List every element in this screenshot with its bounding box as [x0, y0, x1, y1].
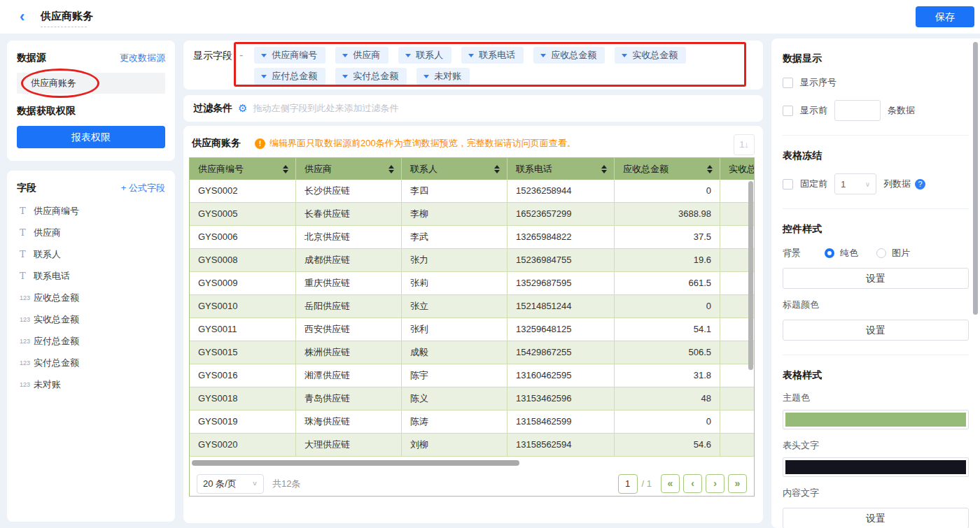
- table-cell: GYS0002: [190, 180, 296, 203]
- table-cell: 661.5: [615, 272, 720, 295]
- show-first-label: 显示前: [800, 104, 827, 117]
- fix-columns-select[interactable]: 1 ∨: [834, 173, 876, 194]
- column-header[interactable]: 联系人: [402, 158, 507, 180]
- datasource-value-box[interactable]: 供应商账务: [17, 73, 165, 94]
- table-cell: 陈义: [402, 387, 507, 411]
- table-row[interactable]: GYS0015株洲供应链成毅15429867255506.5: [190, 341, 754, 364]
- show-first-checkbox[interactable]: [783, 106, 793, 116]
- sort-arrows-icon[interactable]: [707, 165, 713, 173]
- title-color-set-button[interactable]: 设置: [783, 320, 969, 341]
- horizontal-scrollbar[interactable]: [192, 460, 519, 466]
- table-cell: 54.1: [615, 318, 720, 341]
- table-row[interactable]: GYS0008成都供应链张力1523698475519.6: [190, 249, 754, 272]
- divider: [783, 135, 969, 136]
- column-header[interactable]: 应收总金额: [615, 158, 720, 180]
- table-row[interactable]: GYS0018青岛供应链陈义1315346259648: [190, 387, 754, 411]
- field-label: 实收总金额: [34, 313, 79, 326]
- display-field-tag[interactable]: 联系人: [398, 47, 451, 64]
- table-row[interactable]: GYS0016湘潭供应链陈宇1316046259531.8: [190, 364, 754, 387]
- table-cell: 506.5: [615, 341, 720, 364]
- table-title: 供应商账务: [192, 137, 241, 150]
- table-row[interactable]: GYS0009重庆供应链张莉13529687595661.5: [190, 272, 754, 295]
- display-field-tag[interactable]: 应付总金额: [254, 68, 326, 85]
- last-page-button[interactable]: »: [728, 474, 747, 493]
- prev-page-button[interactable]: ‹: [683, 474, 702, 493]
- table-cell: 54.6: [615, 434, 720, 457]
- field-item[interactable]: 123实付总金额: [17, 352, 165, 373]
- tag-label: 实收总金额: [632, 49, 678, 62]
- table-row[interactable]: GYS0019珠海供应链陈涛131584625990: [190, 411, 754, 434]
- table-row[interactable]: GYS0006北京供应链李武1326598482237.5: [190, 226, 754, 249]
- column-header[interactable]: 实收总金额: [720, 158, 755, 180]
- sort-tool-icon[interactable]: 1↓: [734, 134, 755, 155]
- display-field-tag[interactable]: 供应商: [335, 47, 388, 64]
- field-item[interactable]: 123应收总金额: [17, 287, 165, 308]
- sort-arrows-icon[interactable]: [601, 165, 607, 173]
- report-permission-button[interactable]: 报表权限: [17, 126, 165, 148]
- display-field-tag[interactable]: 应收总金额: [533, 47, 605, 64]
- display-field-tag[interactable]: 未对账: [416, 68, 470, 85]
- field-item[interactable]: 123应付总金额: [17, 330, 165, 352]
- help-icon[interactable]: ?: [915, 179, 925, 190]
- table-cell: [720, 411, 755, 434]
- number-type-icon: 123: [17, 359, 34, 366]
- chevron-down-icon: ∨: [865, 180, 870, 188]
- field-item[interactable]: 123实收总金额: [17, 308, 165, 330]
- image-radio[interactable]: [876, 248, 886, 258]
- current-page-input[interactable]: 1: [618, 474, 638, 494]
- display-field-tag[interactable]: 联系电话: [461, 47, 524, 64]
- table-cell: 李武: [402, 226, 507, 249]
- field-item[interactable]: 123未对账: [17, 373, 165, 395]
- page-size-select[interactable]: 20 条/页 ∨: [197, 474, 264, 494]
- display-field-tag[interactable]: 实收总金额: [615, 47, 686, 64]
- column-header[interactable]: 联系电话: [507, 158, 615, 180]
- sort-arrows-icon[interactable]: [283, 165, 288, 173]
- show-index-checkbox[interactable]: [783, 78, 793, 88]
- save-button[interactable]: 保存: [916, 6, 974, 27]
- field-list: T供应商编号T供应商T联系人T联系电话123应收总金额123实收总金额123应付…: [17, 200, 165, 395]
- change-datasource-link[interactable]: 更改数据源: [120, 52, 165, 64]
- table-row[interactable]: GYS0011西安供应链张利1325964812554.1: [190, 318, 754, 341]
- table-cell: 湘潭供应链: [296, 364, 402, 387]
- display-field-tag[interactable]: 供应商编号: [254, 47, 326, 64]
- filter-card: 过滤条件 ⚙ 拖动左侧字段到此处来添加过滤条件: [183, 95, 763, 122]
- field-item[interactable]: T联系人: [17, 243, 165, 265]
- sort-arrows-icon[interactable]: [388, 165, 394, 173]
- header-text-color-swatch[interactable]: [783, 457, 969, 477]
- theme-color-swatch[interactable]: [783, 410, 969, 429]
- field-label: 供应商: [34, 227, 61, 239]
- table-row[interactable]: GYS0010岳阳供应链张立152148512440: [190, 295, 754, 318]
- table-row[interactable]: GYS0020大理供应链刘柳1315856259454.6: [190, 434, 754, 457]
- field-item[interactable]: T联系电话: [17, 265, 165, 287]
- table-row[interactable]: GYS0005长春供应链李柳165236572993688.98: [190, 203, 754, 226]
- table-cell: [720, 387, 755, 411]
- background-set-button[interactable]: 设置: [783, 268, 969, 289]
- table-cell: 3688.98: [615, 203, 720, 226]
- gear-icon[interactable]: ⚙: [238, 102, 247, 115]
- solid-color-radio[interactable]: [825, 248, 834, 258]
- content-text-set-button[interactable]: 设置: [783, 508, 969, 528]
- table-cell: 16523657299: [507, 203, 615, 226]
- table-cell: GYS0008: [190, 249, 296, 272]
- text-type-icon: T: [17, 271, 34, 281]
- vertical-scrollbar[interactable]: [748, 181, 753, 370]
- first-page-button[interactable]: «: [661, 474, 680, 493]
- page-scrollbar[interactable]: [973, 42, 978, 315]
- next-page-button[interactable]: ›: [706, 474, 724, 493]
- text-type-icon: T: [17, 206, 34, 216]
- table-row[interactable]: GYS0002长沙供应链李四152362589440: [190, 180, 754, 203]
- row-count-input[interactable]: [834, 100, 881, 121]
- fix-first-checkbox[interactable]: [783, 179, 793, 190]
- column-header[interactable]: 供应商: [296, 158, 402, 180]
- caret-down-icon: [540, 54, 546, 57]
- display-field-tag[interactable]: 实付总金额: [335, 68, 407, 85]
- sort-arrows-icon[interactable]: [494, 165, 500, 173]
- back-icon[interactable]: ‹: [20, 8, 24, 25]
- field-item[interactable]: T供应商编号: [17, 200, 165, 222]
- add-formula-field-link[interactable]: + 公式字段: [121, 182, 165, 194]
- field-item[interactable]: T供应商: [17, 222, 165, 243]
- text-type-icon: T: [17, 249, 34, 259]
- divider: [783, 355, 969, 355]
- filter-drop-placeholder: 拖动左侧字段到此处来添加过滤条件: [253, 102, 398, 115]
- column-header[interactable]: 供应商编号: [190, 158, 296, 180]
